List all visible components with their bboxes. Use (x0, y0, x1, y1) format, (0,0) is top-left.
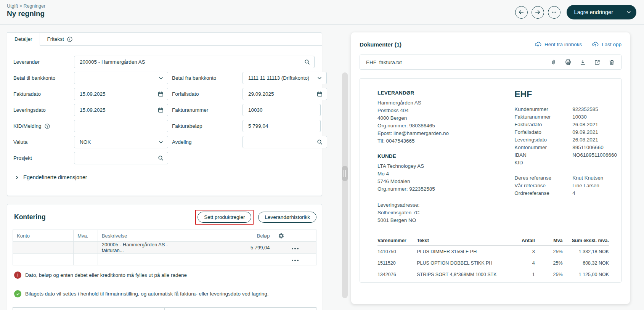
supplier-line: Hammergården AS (377, 99, 514, 107)
leveringsdato-input[interactable] (79, 107, 157, 113)
beskrivelse-cell[interactable]: 200005 - Hammergården AS - fakturan... (98, 242, 186, 254)
search-icon[interactable] (304, 59, 310, 65)
customer-line: Mo 4 (377, 170, 514, 178)
supplier-history-button[interactable]: Leverandørhistorikk (258, 212, 316, 223)
custom-dimensions-toggle[interactable]: Egendefinerte dimensjoner (13, 174, 315, 184)
supplier-line: Tlf: 0047543665 (377, 137, 514, 145)
validation-warning: Dato, beløp og enten debet eller kreditk… (14, 271, 316, 279)
upload-link[interactable]: Last opp (592, 41, 622, 48)
save-button[interactable]: Lagre endringer (567, 5, 621, 19)
chevron-down-icon[interactable] (158, 75, 164, 81)
invoice-line: 1511520PLUS OPTION DOBBEL STIKK PH 425%6… (377, 257, 609, 269)
belop-cell[interactable]: 5 799,04 (186, 242, 274, 254)
fakturabelop-field[interactable] (243, 120, 321, 132)
check-icon (14, 290, 21, 297)
leverandor-input[interactable] (79, 59, 304, 65)
more-actions-button[interactable] (548, 6, 560, 19)
row-menu-button[interactable] (278, 248, 312, 249)
back-button[interactable] (515, 6, 528, 19)
tab-fritekst[interactable]: Fritekst (40, 33, 80, 45)
fetch-from-inbox-link[interactable]: Hent fra innboks (535, 41, 582, 48)
fakturanummer-input[interactable] (247, 107, 316, 113)
avdeling-field[interactable] (243, 136, 327, 148)
open-external-icon[interactable] (594, 59, 601, 66)
beskrivelse-cell[interactable] (98, 254, 186, 265)
fakturadato-field[interactable] (74, 88, 168, 100)
ehf-row: IBANNO6189511006660 (514, 151, 609, 159)
chevron-down-icon[interactable] (158, 139, 164, 145)
kid-label: KID/Melding (13, 123, 70, 129)
supplier-line: Epost: line@hammergarden.no (377, 130, 514, 137)
calendar-icon[interactable] (316, 91, 323, 97)
ehf-row: Ordrereferanse4 (514, 190, 609, 197)
avdeling-input[interactable] (247, 139, 316, 145)
question-icon[interactable] (44, 123, 50, 129)
mva-cell[interactable] (74, 254, 98, 265)
konto-cell[interactable] (13, 254, 74, 265)
customer-heading: KUNDE (377, 153, 514, 159)
supplier-line: Postboks 404 (377, 107, 514, 114)
mva-cell[interactable] (74, 242, 98, 254)
valuta-select[interactable] (74, 136, 168, 148)
leverandor-label: Leverandør (13, 59, 70, 65)
invoice-lines-table: Varenummer Tekst Antall Mva Sum ekskl. m… (377, 236, 609, 283)
fakturanummer-field[interactable] (243, 104, 321, 116)
paperclip-icon[interactable] (550, 59, 557, 66)
fakturanummer-label: Fakturanummer (172, 107, 239, 113)
set-product-rules-button[interactable]: Sett produktregler (198, 212, 251, 223)
arrow-left-icon (518, 9, 525, 16)
leveringsdato-label: Leveringsdato (13, 107, 70, 113)
konto-cell[interactable] (13, 242, 74, 254)
kid-field[interactable] (74, 120, 168, 132)
breadcrumb[interactable]: Utgift > Regninger (7, 3, 45, 9)
betal-fra-input[interactable] (247, 75, 316, 81)
col-belop: Beløp (186, 230, 274, 242)
chevron-down-icon[interactable] (316, 75, 323, 81)
kontering-title: Kontering (13, 213, 195, 221)
diff-cell: Diff 0,00 (13, 308, 164, 310)
row-menu-button[interactable] (278, 260, 312, 261)
panel-splitter[interactable] (342, 72, 348, 298)
sum-cell: Sum 0,00 (164, 308, 316, 310)
forfallsdato-input[interactable] (247, 91, 316, 97)
invoice-line: 1511536PLUSS DOBBEL STIKK INNF M/J PH 82… (377, 280, 609, 283)
table-settings-button[interactable] (274, 230, 316, 242)
document-file-row[interactable]: EHF_faktura.txt (360, 55, 622, 70)
save-dropdown-button[interactable] (621, 5, 636, 19)
invoice-lines-header: Varenummer Tekst Antall Mva Sum ekskl. m… (377, 236, 609, 246)
fakturabelop-input[interactable] (247, 123, 316, 129)
delivery-address-line: 5001 Bergen NO (377, 217, 514, 224)
documents-panel: Dokumenter (1) Hent fra innboks Last opp… (351, 32, 630, 304)
calendar-icon[interactable] (157, 107, 164, 113)
ehf-row: Forfallsdato09.09.2021 (514, 128, 609, 136)
kid-input[interactable] (79, 123, 164, 129)
page-title: Ny regning (7, 10, 45, 18)
leverandor-field[interactable] (74, 56, 315, 68)
trash-icon[interactable] (609, 59, 615, 66)
search-icon[interactable] (316, 139, 323, 145)
fakturadato-input[interactable] (79, 91, 157, 97)
info-text: Bilagets dato vil settes i henhold til f… (25, 290, 269, 297)
prosjekt-field[interactable] (74, 152, 168, 164)
cloud-upload-icon (592, 41, 599, 48)
fakturabelop-label: Fakturabeløp (172, 123, 239, 129)
valuta-input[interactable] (79, 139, 158, 145)
betal-til-input[interactable] (79, 75, 158, 81)
supplier-line: Org.nummer: 980386465 (377, 122, 514, 130)
leveringsdato-field[interactable] (74, 104, 168, 116)
betal-fra-select[interactable] (243, 72, 327, 84)
forward-button[interactable] (532, 6, 544, 19)
prosjekt-input[interactable] (79, 155, 157, 161)
delivery-address-line: Solheimsgaten 7C (377, 209, 514, 217)
ehf-row: Vår referanseLine Larsen (514, 182, 609, 190)
info-icon[interactable] (67, 36, 73, 42)
belop-cell[interactable] (186, 254, 274, 265)
print-icon[interactable] (565, 59, 572, 66)
download-icon[interactable] (580, 59, 586, 66)
betal-til-select[interactable] (74, 72, 168, 84)
splitter-grip-icon[interactable] (342, 166, 348, 181)
tab-detaljer[interactable]: Detaljer (7, 33, 40, 46)
calendar-icon[interactable] (157, 91, 164, 97)
search-icon[interactable] (157, 155, 164, 161)
forfallsdato-field[interactable] (243, 88, 327, 100)
